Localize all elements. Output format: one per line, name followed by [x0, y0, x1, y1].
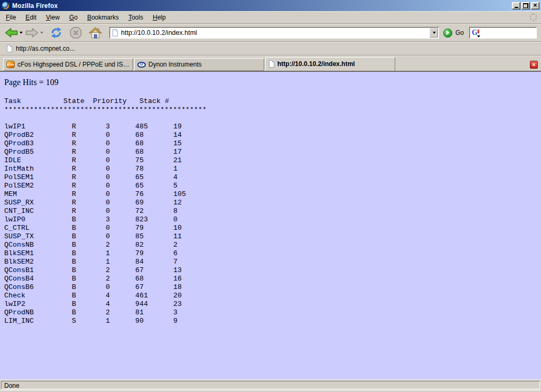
bookmarks-toolbar: http://as.cmpnet.co... — [0, 42, 541, 55]
cfos-icon: cFos — [6, 61, 15, 68]
state-cell: R — [72, 199, 106, 207]
stack-cell: 79 — [135, 249, 173, 258]
search-input[interactable] — [483, 29, 541, 36]
num-cell: 9 — [173, 317, 178, 325]
back-dropdown-icon[interactable] — [20, 32, 23, 34]
page-content: Page Hits = 109 Task State Priority Stac… — [0, 72, 541, 379]
priority-cell: 0 — [106, 165, 135, 173]
stack-cell: 67 — [135, 283, 173, 292]
document-icon — [268, 60, 275, 68]
chevron-down-icon — [433, 32, 436, 34]
menu-item-edit[interactable]: Edit — [21, 12, 41, 23]
task-cell: QProdB3 — [4, 139, 72, 148]
priority-cell: 0 — [106, 173, 135, 182]
priority-cell: 3 — [106, 123, 135, 131]
priority-cell: 4 — [106, 292, 135, 300]
task-cell: BlkSEM2 — [4, 258, 72, 266]
task-cell: C_CTRL — [4, 224, 72, 232]
url-bar[interactable] — [109, 27, 439, 39]
task-cell: lwIP1 — [4, 123, 72, 131]
menu-item-go[interactable]: Go — [64, 12, 82, 23]
tab-label: http://10.0.10.2/index.html — [277, 60, 355, 68]
state-cell: R — [72, 148, 106, 156]
tab-2[interactable]: DDynon Instruments — [134, 58, 264, 71]
forward-button[interactable] — [25, 27, 43, 38]
page-hits-text: Page Hits = 109 — [4, 72, 541, 87]
priority-cell: 0 — [106, 232, 135, 241]
num-cell: 14 — [173, 131, 182, 139]
num-cell: 5 — [173, 182, 178, 190]
stack-cell: 69 — [135, 199, 173, 207]
state-cell: B — [72, 275, 106, 283]
state-cell: B — [72, 266, 106, 275]
close-button[interactable]: × — [531, 2, 539, 10]
num-cell: 6 — [173, 249, 178, 258]
throbber-icon — [529, 13, 537, 21]
menu-item-file[interactable]: File — [1, 12, 21, 23]
back-button[interactable] — [4, 27, 23, 38]
separator-row: ****************************************… — [4, 106, 541, 114]
title-bar: Mozilla Firefox × — [0, 0, 541, 11]
menu-bar: FileEditViewGoBookmarksToolsHelp — [0, 11, 541, 24]
restore-button[interactable] — [521, 2, 530, 10]
dynon-icon: D — [137, 62, 146, 68]
search-box[interactable]: G — [469, 27, 537, 39]
num-cell: 1 — [173, 165, 178, 173]
task-row: QConsB1B26713 — [4, 266, 541, 275]
task-cell: PolSEM1 — [4, 173, 72, 182]
menu-item-help[interactable]: Help — [148, 12, 171, 23]
task-cell: QProdNB — [4, 309, 72, 317]
minimize-button[interactable] — [512, 2, 520, 10]
close-icon: × — [532, 62, 535, 68]
bookmark-item[interactable]: http://as.cmpnet.co... — [4, 44, 77, 53]
forward-dropdown-icon[interactable] — [40, 32, 43, 34]
state-cell: B — [72, 216, 106, 224]
state-cell: S — [72, 317, 106, 325]
state-cell: B — [72, 292, 106, 300]
num-cell: 21 — [173, 156, 182, 165]
num-cell: 3 — [173, 309, 178, 317]
state-cell: R — [72, 173, 106, 182]
reload-button[interactable] — [50, 26, 63, 39]
bookmark-label: http://as.cmpnet.co... — [16, 45, 74, 52]
task-row: SUSP_RXR06912 — [4, 199, 541, 207]
num-cell: 8 — [173, 207, 178, 216]
task-row: QProdB3R06815 — [4, 139, 541, 148]
tab-1[interactable]: cFoscFos Highspeed DSL / PPPoE und ISDN … — [3, 58, 133, 71]
forward-arrow-icon — [25, 27, 39, 38]
state-cell: R — [72, 139, 106, 148]
state-cell: B — [72, 249, 106, 258]
priority-cell: 0 — [106, 139, 135, 148]
task-row: LIM_INCS1909 — [4, 317, 541, 325]
url-input[interactable] — [121, 29, 429, 36]
stack-cell: 72 — [135, 207, 173, 216]
window-title: Mozilla Firefox — [12, 2, 58, 10]
task-cell: QConsB4 — [4, 275, 72, 283]
stack-cell: 75 — [135, 156, 173, 165]
close-icon: × — [533, 2, 537, 8]
tab-3[interactable]: http://10.0.10.2/index.html — [265, 57, 395, 71]
stop-button[interactable] — [69, 26, 82, 39]
header-state: State — [63, 97, 93, 106]
num-cell: 19 — [173, 123, 182, 131]
menu-item-bookmarks[interactable]: Bookmarks — [82, 12, 124, 23]
task-cell: IntMath — [4, 165, 72, 173]
google-icon[interactable]: G — [472, 29, 478, 36]
priority-cell: 0 — [106, 156, 135, 165]
home-button[interactable] — [89, 27, 102, 39]
close-tab-button[interactable]: × — [530, 61, 538, 69]
url-dropdown-button[interactable] — [430, 28, 438, 38]
num-cell: 17 — [173, 148, 182, 156]
priority-cell: 0 — [106, 207, 135, 216]
menu-item-view[interactable]: View — [41, 12, 64, 23]
go-button[interactable]: Go — [443, 29, 464, 38]
stack-cell: 68 — [135, 275, 173, 283]
stack-cell: 81 — [135, 309, 173, 317]
document-icon — [112, 29, 118, 36]
menu-item-tools[interactable]: Tools — [124, 12, 148, 23]
num-cell: 23 — [173, 300, 182, 309]
window-bottom-edge — [0, 390, 541, 392]
task-cell: CNT_INC — [4, 207, 72, 216]
task-cell: SUSP_TX — [4, 232, 72, 241]
task-row: SUSP_TXB08511 — [4, 232, 541, 241]
